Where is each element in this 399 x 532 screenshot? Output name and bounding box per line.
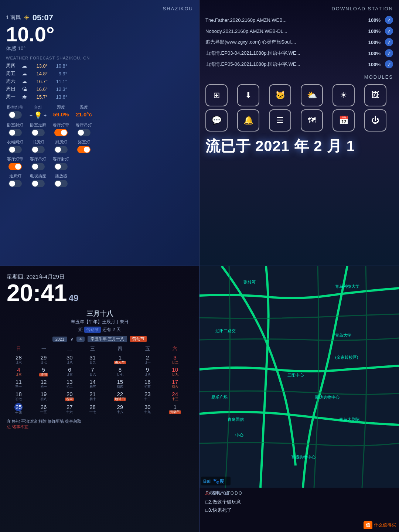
sh-toggle[interactable]	[8, 146, 22, 153]
modules-grid: ⊞⬇🐱⛅☀🖼💬🔔☰🗺📅⏻	[205, 84, 393, 132]
cal-day-cell[interactable]: 28十七	[82, 402, 102, 416]
sun-module[interactable]: ☀	[332, 84, 355, 106]
cal-year[interactable]: 2021	[52, 337, 67, 342]
cal-day-cell[interactable]: 8廿七	[103, 365, 138, 378]
cal-day-cell[interactable]: 1愚人节	[103, 353, 138, 365]
sh-toggle[interactable]	[77, 146, 91, 153]
photo-module[interactable]: 🖼	[364, 84, 386, 106]
cal-day-cell[interactable]: 3廿二	[157, 353, 192, 365]
cal-day-cell[interactable]: 28廿六	[7, 353, 31, 365]
forecast-day: 周一	[6, 93, 18, 100]
cal-day-cell[interactable]: 29十八	[103, 402, 138, 416]
todo-list: □2.做这个破玩意□3.快累死了	[205, 499, 393, 514]
sh-toggle[interactable]	[31, 146, 45, 153]
cal-number: 10	[172, 366, 178, 373]
cal-day-cell[interactable]: 16初五	[137, 378, 157, 390]
grid-module[interactable]: ⊞	[205, 84, 228, 106]
sh-toggle[interactable]	[31, 129, 45, 136]
cal-day-cell[interactable]: 31廿九	[82, 353, 102, 365]
download-pct: 100%	[368, 62, 381, 67]
cal-day-cell[interactable]: 26十五	[31, 402, 57, 416]
sh-toggle[interactable]	[54, 180, 68, 187]
cal-day-cell[interactable]: 2廿一	[137, 353, 157, 365]
smart-home-item: 衣帽间灯	[6, 139, 24, 153]
cal-day-cell[interactable]: 27十六	[57, 402, 82, 416]
chat-module[interactable]: 💬	[205, 109, 228, 132]
cal-day-cell[interactable]: 5清明	[31, 365, 57, 378]
sh-toggle[interactable]	[54, 163, 68, 170]
list-module[interactable]: ☰	[269, 109, 291, 132]
download-module[interactable]: ⬇	[237, 84, 259, 106]
download-pct: 100%	[368, 40, 381, 45]
cal-lunar: 十三	[172, 398, 178, 401]
notify-module[interactable]: 🔔	[237, 109, 259, 132]
cal-day-cell[interactable]: 1劳动节	[157, 402, 192, 416]
sh-toggle[interactable]	[8, 180, 22, 187]
download-filename: 山海情.EP03-04.2021.1080p.国语中字.WE...	[205, 50, 365, 57]
cal-day-cell[interactable]: 29廿七	[31, 353, 57, 365]
smart-home-item: 餐厅灯带	[52, 122, 70, 136]
sh-toggle[interactable]	[31, 163, 45, 170]
forecast-high: 16.7°	[31, 79, 48, 84]
table-row: 28廿六29廿七30廿八31廿九1愚人节2廿一3廿二	[7, 353, 192, 365]
forecast-icon: 🌧	[21, 94, 28, 100]
cal-day-cell[interactable]: 19初八	[31, 390, 57, 402]
sh-toggle[interactable]	[8, 111, 22, 119]
sh-toggle[interactable]	[54, 129, 68, 136]
map-label: 青岛大剧院	[339, 417, 359, 422]
cal-day-cell[interactable]: 9廿八	[137, 365, 157, 378]
cal-day-cell[interactable]: 24十三	[157, 390, 192, 402]
calendar-header: 2021 ∨ 4 辛丑牛年 三月十八 劳动节	[7, 336, 192, 342]
map-label: 辽阳二路交	[215, 328, 236, 334]
cal-lunar: 初五	[144, 385, 151, 389]
cal-day-cell[interactable]: 14初三	[82, 378, 102, 390]
cal-day-cell[interactable]: 13初二	[57, 378, 82, 390]
cal-day-cell[interactable]: 30十九	[137, 402, 157, 416]
cal-day-cell[interactable]: 18初七	[7, 390, 31, 402]
sh-label: 卧室灯带	[7, 105, 23, 110]
cal-day-cell[interactable]: 15初四	[103, 378, 138, 390]
cal-month[interactable]: 4	[76, 337, 85, 342]
sh-toggle[interactable]	[54, 146, 68, 153]
smart-home-row: 衣帽间灯 书房灯 厨房灯 浴室灯	[6, 139, 193, 153]
sh-label: 客厅射灯	[53, 156, 69, 162]
cal-day-cell[interactable]: 17初六	[157, 378, 192, 390]
cal-number: 31	[89, 354, 96, 361]
sh-toggle[interactable]	[31, 180, 45, 187]
sh-label: 播放器	[55, 173, 67, 179]
cal-day-cell[interactable]: 20谷雨	[57, 390, 82, 402]
power-module[interactable]: ⏻	[364, 109, 386, 132]
cal-lunar: 地球日	[114, 398, 126, 401]
sh-label: 浴室灯	[78, 139, 90, 145]
list-item: □3.快累死了	[205, 507, 393, 514]
smart-home-item: 电视插座	[29, 173, 47, 187]
cal-day-cell[interactable]: 12初一	[31, 378, 57, 390]
brightness-control[interactable]: −💡+	[30, 111, 47, 119]
forecast-icon: ☁	[21, 71, 28, 76]
cal-weekday: 日	[7, 344, 31, 353]
download-list: The.Father.2020.2160p.AMZN.WEB... 100% ✓…	[205, 16, 393, 68]
cal-day-cell[interactable]: 22地球日	[103, 390, 138, 402]
sh-toggle[interactable]	[8, 163, 22, 170]
sh-toggle[interactable]	[77, 129, 91, 136]
weather-temperature: 10.0°	[6, 24, 193, 45]
calendar-module[interactable]: 📅	[332, 109, 355, 132]
forecast-row: 周一 🌧 15.7° 13.6°	[6, 93, 193, 100]
cal-day-cell[interactable]: 21初十	[82, 390, 102, 402]
cal-day-cell[interactable]: 6廿五	[57, 365, 82, 378]
cal-day-cell[interactable]: 10廿九	[157, 365, 192, 378]
cal-day-cell[interactable]: 23十二	[137, 390, 157, 402]
weather-module[interactable]: ⛅	[301, 84, 323, 106]
family-todo-title: FAMILY TODO	[205, 491, 393, 496]
cal-day-cell[interactable]: 25十四	[7, 402, 31, 416]
cal-day-cell[interactable]: 30廿八	[57, 353, 82, 365]
download-item: 山海情.EP05-06.2021.1080p.国语中字.WE... 100% ✓	[205, 60, 393, 68]
forecast-low: 13.6°	[51, 94, 67, 100]
sh-toggle[interactable]	[8, 129, 22, 136]
cal-lunar: 廿八	[144, 373, 151, 376]
cal-day-cell[interactable]: 7廿六	[82, 365, 102, 378]
map-module[interactable]: 🗺	[301, 109, 323, 132]
cal-day-cell[interactable]: 11三十	[7, 378, 31, 390]
cat-module[interactable]: 🐱	[269, 84, 291, 106]
cal-day-cell[interactable]: 4廿三	[7, 365, 31, 378]
